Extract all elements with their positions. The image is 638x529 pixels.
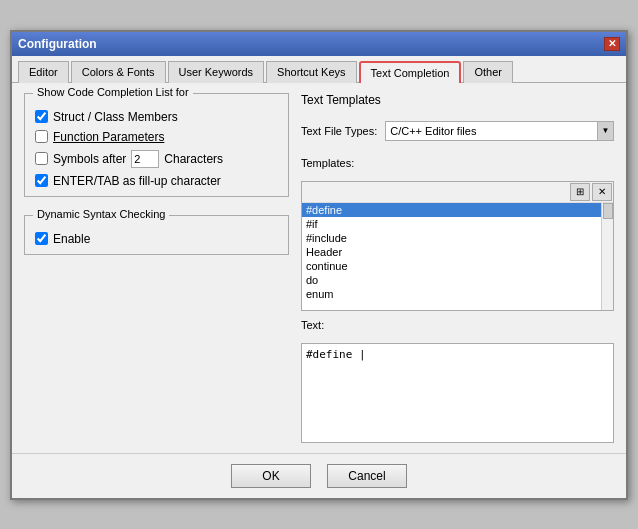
list-item[interactable]: #if: [302, 217, 601, 231]
enter-tab-row: ENTER/TAB as fill-up character: [35, 174, 278, 188]
templates-container: ⊞ ✕ #define#if#includeHeadercontinuedoen…: [301, 181, 614, 311]
main-content: Show Code Completion List for Struct / C…: [12, 83, 626, 453]
characters-label: Characters: [164, 152, 223, 166]
text-label: Text:: [301, 319, 614, 331]
list-item[interactable]: #include: [302, 231, 601, 245]
enable-row: Enable: [35, 232, 278, 246]
file-type-label: Text File Types:: [301, 125, 377, 137]
tab-bar: Editor Colors & Fonts User Keywords Shor…: [12, 56, 626, 83]
code-completion-group: Show Code Completion List for Struct / C…: [24, 93, 289, 197]
tab-colors-fonts[interactable]: Colors & Fonts: [71, 61, 166, 83]
new-template-icon: ⊞: [576, 186, 584, 197]
tab-text-completion[interactable]: Text Completion: [359, 61, 462, 83]
text-templates-title: Text Templates: [301, 93, 614, 107]
list-item[interactable]: #define: [302, 203, 601, 217]
ok-button[interactable]: OK: [231, 464, 311, 488]
enable-label: Enable: [53, 232, 90, 246]
left-panel: Show Code Completion List for Struct / C…: [24, 93, 289, 443]
enter-tab-label: ENTER/TAB as fill-up character: [53, 174, 221, 188]
list-item[interactable]: do: [302, 273, 601, 287]
dynamic-syntax-title: Dynamic Syntax Checking: [33, 208, 169, 220]
function-label: Function Parameters: [53, 130, 164, 144]
new-template-button[interactable]: ⊞: [570, 183, 590, 201]
function-checkbox[interactable]: [35, 130, 48, 143]
window-title: Configuration: [18, 37, 97, 51]
templates-label: Templates:: [301, 157, 614, 169]
templates-toolbar: ⊞ ✕: [302, 182, 613, 203]
scrollbar[interactable]: [601, 203, 613, 310]
file-type-row: Text File Types: C/C++ Editor filesHTML …: [301, 121, 614, 141]
struct-label: Struct / Class Members: [53, 110, 178, 124]
tab-user-keywords[interactable]: User Keywords: [168, 61, 265, 83]
function-row: Function Parameters: [35, 130, 278, 144]
struct-checkbox[interactable]: [35, 110, 48, 123]
text-box[interactable]: #define |: [301, 343, 614, 443]
dynamic-syntax-group: Dynamic Syntax Checking Enable: [24, 215, 289, 255]
file-type-select[interactable]: C/C++ Editor filesHTML filesPlain text: [385, 121, 614, 141]
templates-list-wrap: #define#if#includeHeadercontinuedoenum: [302, 203, 613, 310]
symbols-checkbox[interactable]: [35, 152, 48, 165]
tab-shortcut-keys[interactable]: Shortcut Keys: [266, 61, 356, 83]
delete-template-button[interactable]: ✕: [592, 183, 612, 201]
cancel-button[interactable]: Cancel: [327, 464, 407, 488]
templates-list: #define#if#includeHeadercontinuedoenum: [302, 203, 601, 310]
list-item[interactable]: enum: [302, 287, 601, 301]
struct-row: Struct / Class Members: [35, 110, 278, 124]
file-type-select-wrapper: C/C++ Editor filesHTML filesPlain text ▼: [385, 121, 614, 141]
enable-checkbox[interactable]: [35, 232, 48, 245]
close-button[interactable]: ✕: [604, 37, 620, 51]
title-bar: Configuration ✕: [12, 32, 626, 56]
symbols-label: Symbols after: [53, 152, 126, 166]
delete-template-icon: ✕: [598, 186, 606, 197]
text-content: #define |: [306, 348, 366, 361]
list-item[interactable]: Header: [302, 245, 601, 259]
symbols-row: Symbols after 2 Characters: [35, 150, 278, 168]
right-panel: Text Templates Text File Types: C/C++ Ed…: [301, 93, 614, 443]
code-completion-title: Show Code Completion List for: [33, 86, 193, 98]
tab-other[interactable]: Other: [463, 61, 513, 83]
configuration-window: Configuration ✕ Editor Colors & Fonts Us…: [10, 30, 628, 500]
symbols-spinner[interactable]: 2: [131, 150, 159, 168]
footer: OK Cancel: [12, 453, 626, 498]
enter-tab-checkbox[interactable]: [35, 174, 48, 187]
tab-editor[interactable]: Editor: [18, 61, 69, 83]
list-item[interactable]: continue: [302, 259, 601, 273]
